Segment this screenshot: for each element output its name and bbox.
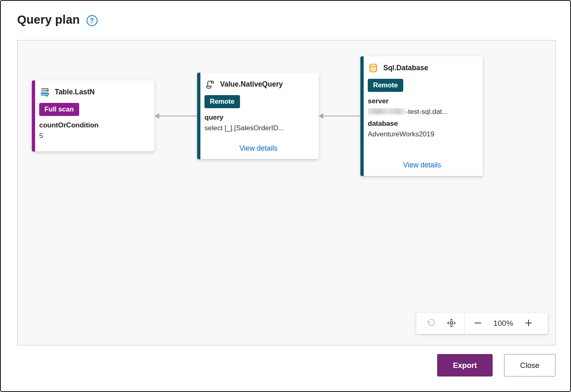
node-header: Sql.Database bbox=[368, 62, 476, 74]
close-button[interactable]: Close bbox=[504, 354, 555, 376]
zoom-in-button[interactable] bbox=[518, 313, 539, 334]
node-field: server -test-sql.dat... bbox=[368, 97, 476, 120]
remote-badge: Remote bbox=[368, 79, 403, 92]
field-value: 5 bbox=[39, 132, 148, 140]
zoom-out-button[interactable] bbox=[467, 313, 489, 334]
arrow-head-icon bbox=[319, 113, 323, 119]
dialog-header: Query plan ? bbox=[17, 13, 98, 27]
query-plan-canvas[interactable]: Table.LastN Full scan countOrCondition 5… bbox=[17, 40, 556, 345]
zoom-level: 100% bbox=[489, 319, 518, 328]
database-icon bbox=[368, 62, 379, 74]
field-value: AdventureWorks2019 bbox=[368, 130, 476, 138]
full-scan-badge: Full scan bbox=[39, 103, 79, 116]
arrow-line bbox=[323, 116, 360, 116]
script-scroll-icon bbox=[204, 79, 216, 90]
field-label: database bbox=[368, 120, 476, 128]
node-field: query select [_].[SalesOrderID... bbox=[204, 114, 312, 136]
node-header: Value.NativeQuery bbox=[204, 79, 312, 90]
node-field: countOrCondition 5 bbox=[39, 121, 148, 144]
redacted-server-prefix bbox=[368, 108, 405, 114]
server-value-text: -test-sql.dat... bbox=[406, 108, 448, 116]
node-value-nativequery[interactable]: Value.NativeQuery Remote query select [_… bbox=[197, 73, 319, 159]
node-title: Table.LastN bbox=[55, 88, 95, 96]
arrow-line bbox=[159, 116, 197, 116]
node-title: Sql.Database bbox=[383, 64, 428, 72]
keep-last-rows-icon bbox=[39, 87, 50, 98]
fit-to-view-button[interactable] bbox=[441, 313, 462, 334]
view-details-link[interactable]: View details bbox=[368, 161, 476, 170]
arrow-head-icon bbox=[155, 113, 159, 119]
field-value: select [_].[SalesOrderID... bbox=[204, 124, 312, 132]
view-details-link[interactable]: View details bbox=[204, 144, 312, 154]
field-label: query bbox=[204, 114, 312, 122]
canvas-zoom-toolbar: 100% bbox=[416, 313, 548, 334]
dialog-footer: Export Close bbox=[437, 354, 555, 376]
reset-view-button[interactable] bbox=[420, 313, 441, 334]
minus-icon bbox=[473, 318, 483, 329]
query-plan-dialog: Query plan ? Table.LastN Full scan bbox=[0, 0, 571, 392]
remote-badge: Remote bbox=[204, 95, 240, 108]
field-value: -test-sql.dat... bbox=[368, 108, 476, 116]
field-label: server bbox=[368, 97, 476, 105]
edge-arrow-nativequery-to-lastn bbox=[155, 113, 197, 119]
node-sql-database[interactable]: Sql.Database Remote server -test-sql.dat… bbox=[360, 56, 483, 176]
field-label: countOrCondition bbox=[39, 121, 148, 129]
node-title: Value.NativeQuery bbox=[220, 80, 283, 89]
edge-arrow-sqldatabase-to-nativequery bbox=[319, 113, 360, 119]
plus-icon bbox=[524, 318, 533, 329]
toolbar-divider bbox=[464, 313, 465, 334]
node-header: Table.LastN bbox=[39, 87, 148, 98]
fit-to-view-icon bbox=[446, 318, 457, 330]
page-title: Query plan bbox=[17, 13, 80, 27]
node-field: database AdventureWorks2019 bbox=[368, 120, 476, 142]
help-icon[interactable]: ? bbox=[87, 15, 98, 26]
export-button[interactable]: Export bbox=[437, 354, 493, 376]
undo-icon bbox=[425, 318, 435, 330]
node-table-lastn[interactable]: Table.LastN Full scan countOrCondition 5 bbox=[32, 80, 154, 151]
